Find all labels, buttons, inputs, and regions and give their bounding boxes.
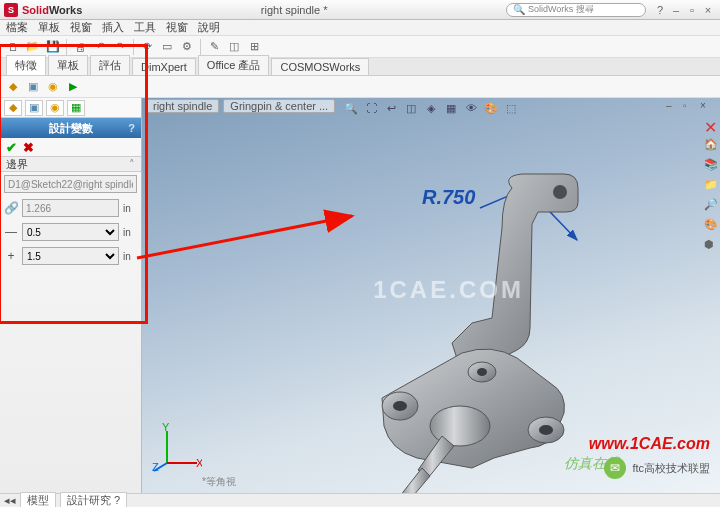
- svg-text:Y: Y: [162, 423, 170, 433]
- feature-icon[interactable]: ◫: [225, 38, 243, 56]
- new-icon[interactable]: 🗋: [4, 38, 22, 56]
- vp-close-icon[interactable]: ×: [700, 100, 714, 114]
- 3d-part[interactable]: [342, 168, 602, 507]
- open-icon[interactable]: 📂: [24, 38, 42, 56]
- rebuild-icon[interactable]: ⟳: [138, 38, 156, 56]
- vp-tab-part[interactable]: right spindle: [146, 99, 219, 113]
- library-icon[interactable]: 📚: [704, 158, 718, 172]
- minimize-button[interactable]: –: [668, 4, 684, 16]
- sketch-icon[interactable]: ✎: [205, 38, 223, 56]
- section-bounds[interactable]: 邊界 ˄: [0, 156, 141, 172]
- svg-line-0: [137, 216, 352, 258]
- manager-tabs: ◆ ▣ ◉ ▦: [0, 98, 141, 118]
- maximize-button[interactable]: ▫: [684, 4, 700, 16]
- tab-features[interactable]: 特徵: [6, 55, 46, 75]
- display-style-icon[interactable]: ▦: [442, 100, 460, 116]
- scene-icon[interactable]: ⬚: [502, 100, 520, 116]
- menu-file[interactable]: 檔案: [6, 20, 28, 35]
- lower-label: —: [4, 225, 18, 239]
- var-icon[interactable]: ▣: [24, 78, 42, 96]
- watermark-url: www.1CAE.com: [589, 435, 710, 453]
- search-box[interactable]: 🔍 SolidWorks 搜尋: [506, 3, 646, 17]
- grid-icon[interactable]: ⊞: [245, 38, 263, 56]
- search-icon: 🔍: [513, 4, 525, 15]
- tab-dimxpert[interactable]: DimXpert: [132, 58, 196, 75]
- goal-icon[interactable]: ◉: [44, 78, 62, 96]
- svg-point-7: [477, 368, 487, 376]
- 3d-viewport[interactable]: right spindle Gringpin & center ... 🔍 ⛶ …: [142, 98, 720, 493]
- menu-window[interactable]: 視窗: [166, 20, 188, 35]
- toolbar-secondary: ◆ ▣ ◉ ▶: [0, 76, 720, 98]
- feature-tree-tab[interactable]: ◆: [4, 100, 22, 116]
- menu-bar: 檔案 單板 視窗 插入 工具 視窗 說明: [0, 20, 720, 36]
- zoom-area-icon[interactable]: ⛶: [362, 100, 380, 116]
- task-pane: ✕ 🏠 📚 📁 🔎 🎨 ⬢: [702, 118, 720, 252]
- view-orient-icon[interactable]: ◈: [422, 100, 440, 116]
- nav-prev-icon[interactable]: ◂◂: [4, 494, 16, 507]
- close-button[interactable]: ×: [700, 4, 716, 16]
- resources-icon[interactable]: 🏠: [704, 138, 718, 152]
- menu-tools[interactable]: 工具: [134, 20, 156, 35]
- bottom-tab-strip: ◂◂ 模型 設計研究 ?: [0, 493, 720, 507]
- vp-min-icon[interactable]: –: [666, 100, 680, 114]
- config-tab[interactable]: ◉: [46, 100, 64, 116]
- menu-insert[interactable]: 插入: [102, 20, 124, 35]
- svg-text:Z: Z: [152, 461, 159, 473]
- panel-title: 設計變數 ?: [0, 118, 141, 138]
- vp-tab-assy[interactable]: Gringpin & center ...: [223, 99, 335, 113]
- redo-icon[interactable]: ↷: [111, 38, 129, 56]
- link-icon: 🔗: [4, 201, 18, 215]
- study-icon[interactable]: ◆: [4, 78, 22, 96]
- select-icon[interactable]: ▭: [158, 38, 176, 56]
- tab-sketch[interactable]: 單板: [48, 55, 88, 75]
- ribbon-tabs: 特徵 單板 評估 DimXpert Office 產品 COSMOSWorks: [0, 58, 720, 76]
- chevron-up-icon: ˄: [129, 158, 135, 171]
- property-tab[interactable]: ▣: [25, 100, 43, 116]
- upper-bound-field[interactable]: 1.5: [22, 247, 119, 265]
- watermark-center: 1CAE.COM: [373, 276, 524, 304]
- cancel-button[interactable]: ✖: [23, 140, 34, 155]
- reference-field: [4, 175, 137, 193]
- print-icon[interactable]: 🖨: [71, 38, 89, 56]
- run-icon[interactable]: ▶: [64, 78, 82, 96]
- svg-point-5: [539, 425, 553, 435]
- svg-point-3: [393, 401, 407, 411]
- display-tab[interactable]: ▦: [67, 100, 85, 116]
- help-button[interactable]: ?: [652, 4, 668, 16]
- appearance-icon[interactable]: 🎨: [482, 100, 500, 116]
- menu-edit[interactable]: 單板: [38, 20, 60, 35]
- titlebar: S SolidWorks right spindle * 🔍 SolidWork…: [0, 0, 720, 20]
- undo-icon[interactable]: ↶: [91, 38, 109, 56]
- prev-view-icon[interactable]: ↩: [382, 100, 400, 116]
- save-icon[interactable]: 💾: [44, 38, 62, 56]
- options-icon[interactable]: ⚙: [178, 38, 196, 56]
- svg-point-1: [553, 185, 567, 199]
- lower-bound-field[interactable]: 0.5: [22, 223, 119, 241]
- wechat-icon: ✉: [604, 457, 626, 479]
- document-title: right spindle *: [82, 4, 506, 16]
- zoom-fit-icon[interactable]: 🔍: [342, 100, 360, 116]
- annotation-arrow: [132, 208, 362, 268]
- section-icon[interactable]: ◫: [402, 100, 420, 116]
- panel-help[interactable]: ?: [128, 122, 135, 134]
- tab-design-study[interactable]: 設計研究 ?: [60, 492, 127, 507]
- tab-cosmos[interactable]: COSMOSWorks: [271, 58, 369, 75]
- tab-office[interactable]: Office 產品: [198, 55, 270, 75]
- ok-button[interactable]: ✔: [6, 140, 17, 155]
- vp-max-icon[interactable]: ▫: [683, 100, 697, 114]
- appearance-pane-icon[interactable]: ⬢: [704, 238, 718, 252]
- watermark-chat: ✉ ftc高校技术联盟: [604, 457, 710, 479]
- upper-label: +: [4, 249, 18, 263]
- taskpane-close-icon[interactable]: ✕: [704, 118, 718, 132]
- tab-model[interactable]: 模型: [20, 492, 56, 507]
- search-pane-icon[interactable]: 🔎: [704, 198, 718, 212]
- tab-evaluate[interactable]: 評估: [90, 55, 130, 75]
- heads-up-toolbar: 🔍 ⛶ ↩ ◫ ◈ ▦ 👁 🎨 ⬚: [340, 98, 522, 118]
- property-manager: ◆ ▣ ◉ ▦ 設計變數 ? ✔ ✖ 邊界 ˄ 🔗 in — 0.5 in: [0, 98, 142, 493]
- hide-show-icon[interactable]: 👁: [462, 100, 480, 116]
- menu-view[interactable]: 視窗: [70, 20, 92, 35]
- explorer-icon[interactable]: 📁: [704, 178, 718, 192]
- menu-help[interactable]: 說明: [198, 20, 220, 35]
- view-triad[interactable]: Y X Z: [152, 423, 202, 473]
- palette-icon[interactable]: 🎨: [704, 218, 718, 232]
